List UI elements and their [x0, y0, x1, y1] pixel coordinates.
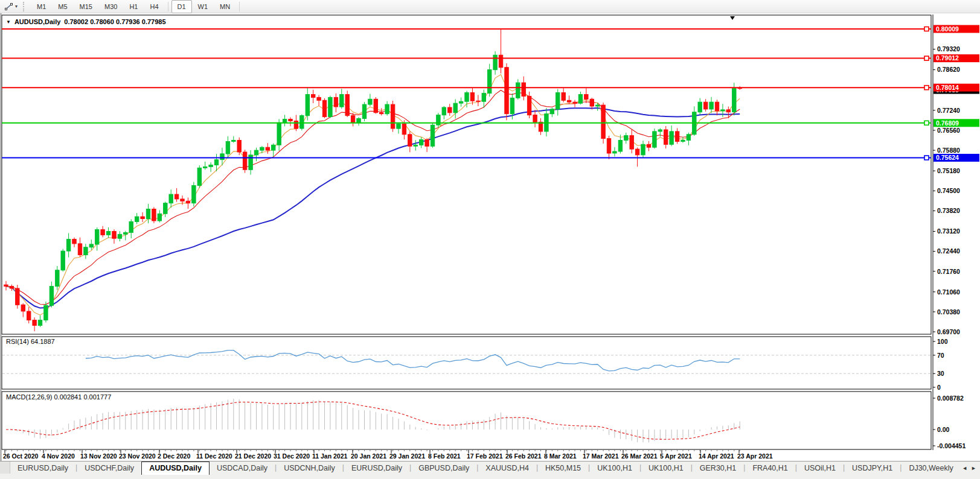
- chart-title: ▼ AUDUSD,Daily 0.78002 0.78060 0.77936 0…: [6, 18, 166, 25]
- svg-text:0.70380: 0.70380: [937, 308, 960, 316]
- svg-text:0.78620: 0.78620: [937, 66, 960, 73]
- svg-text:11 Jan 2021: 11 Jan 2021: [312, 452, 348, 460]
- svg-text:2 Dec 2020: 2 Dec 2020: [158, 452, 190, 460]
- svg-text:0.00: 0.00: [937, 426, 950, 433]
- svg-text:26 Oct 2020: 26 Oct 2020: [3, 452, 39, 460]
- price-level-box-0.76809: 0.76809: [934, 119, 979, 127]
- svg-text:0.74500: 0.74500: [937, 187, 960, 194]
- svg-text:14 Apr 2021: 14 Apr 2021: [699, 452, 734, 460]
- chart-symbol-label: AUDUSD,Daily: [14, 18, 60, 25]
- macd-label: MACD(12,26,9) 0.002841 0.001777: [6, 393, 111, 401]
- chevron-down-icon: ▾: [15, 4, 18, 9]
- toolbar-grip[interactable]: [23, 2, 27, 11]
- draw-tool-button[interactable]: ▾: [2, 1, 19, 12]
- svg-text:0.80009: 0.80009: [936, 25, 959, 33]
- timeframe-button-h4[interactable]: H4: [144, 0, 164, 13]
- chart-tab-hk50-m15[interactable]: HK50,M15: [538, 462, 588, 475]
- toolbar: ▾ M1M5M15M30H1H4D1W1MN: [0, 0, 980, 13]
- svg-text:0.73820: 0.73820: [937, 207, 960, 214]
- svg-text:0.72440: 0.72440: [937, 247, 960, 255]
- svg-text:13 Nov 2020: 13 Nov 2020: [80, 452, 117, 460]
- chart-canvas[interactable]: 0.793200.786200.772400.765600.758800.751…: [0, 13, 980, 461]
- svg-text:21 Dec 2020: 21 Dec 2020: [235, 452, 271, 460]
- chart-tab-uk100-h1[interactable]: UK100,H1: [590, 462, 639, 475]
- chart-tabs: EURUSD,Daily|USDCHF,DailyAUDUSD,DailyUSD…: [10, 462, 958, 475]
- chart-tab-uk100-h1[interactable]: UK100,H1: [641, 462, 691, 475]
- price-axis[interactable]: 0.793200.786200.772400.765600.758800.751…: [933, 14, 979, 450]
- svg-text:0.71760: 0.71760: [937, 268, 960, 275]
- svg-text:26 Mar 2021: 26 Mar 2021: [621, 452, 658, 460]
- svg-text:0.76560: 0.76560: [937, 127, 960, 134]
- svg-text:0.79320: 0.79320: [937, 45, 960, 52]
- svg-text:0.008782: 0.008782: [937, 395, 964, 402]
- svg-text:0.69700: 0.69700: [937, 328, 960, 335]
- price-level-box-0.75624: 0.75624: [934, 154, 979, 162]
- timeframe-button-m15[interactable]: M15: [74, 0, 98, 13]
- svg-text:0: 0: [937, 384, 941, 391]
- svg-text:0.73120: 0.73120: [937, 227, 960, 235]
- svg-text:0.75180: 0.75180: [937, 167, 960, 174]
- svg-text:23 Nov 2020: 23 Nov 2020: [119, 452, 156, 460]
- timeframe-button-h1[interactable]: H1: [123, 0, 144, 13]
- chart-tab-fra40-h1[interactable]: FRA40,H1: [745, 462, 795, 475]
- chart-tab-gbpusd-daily[interactable]: GBPUSD,Daily: [411, 462, 476, 475]
- svg-text:26 Feb 2021: 26 Feb 2021: [505, 452, 542, 460]
- svg-text:29 Jan 2021: 29 Jan 2021: [389, 452, 425, 460]
- svg-text:0.79012: 0.79012: [936, 54, 959, 62]
- svg-text:0.77240: 0.77240: [937, 107, 960, 114]
- svg-text:4 Nov 2020: 4 Nov 2020: [42, 452, 75, 460]
- timeframe-button-d1[interactable]: D1: [171, 0, 192, 13]
- tab-scroll-arrows: ◄ ►: [958, 462, 980, 475]
- chart-tab-eurusd-daily[interactable]: EURUSD,Daily: [344, 462, 409, 475]
- chart-ohlc-values: 0.78002 0.78060 0.77936 0.77985: [64, 18, 165, 25]
- rsi-panel[interactable]: [2, 337, 931, 389]
- chart-tab-eurusd-daily[interactable]: EURUSD,Daily: [10, 462, 75, 475]
- chart-tab-usoil-h1[interactable]: USOil,H1: [797, 462, 843, 475]
- svg-text:31 Dec 2020: 31 Dec 2020: [274, 452, 310, 460]
- svg-text:17 Mar 2021: 17 Mar 2021: [583, 452, 619, 460]
- price-level-box-0.79012: 0.79012: [934, 54, 979, 62]
- rsi-label: RSI(14) 64.1887: [6, 338, 55, 345]
- chart-tab-usdjpy-h1[interactable]: USDJPY,H1: [845, 462, 900, 475]
- svg-text:11 Dec 2020: 11 Dec 2020: [196, 452, 232, 460]
- chart-tab-ger30-h1[interactable]: GER30,H1: [693, 462, 743, 475]
- svg-text:0.75880: 0.75880: [937, 147, 960, 154]
- chart-tab-bar: EURUSD,Daily|USDCHF,DailyAUDUSD,DailyUSD…: [0, 461, 980, 479]
- main-price-panel[interactable]: [2, 15, 931, 334]
- chart-tab-xauusd-h4[interactable]: XAUUSD,H4: [478, 462, 536, 475]
- tab-corner: [0, 462, 10, 474]
- svg-text:0.78014: 0.78014: [936, 84, 959, 91]
- svg-text:100: 100: [937, 338, 948, 345]
- chart-tab-usdchf-daily[interactable]: USDCHF,Daily: [77, 462, 141, 475]
- tab-scroll-left-icon[interactable]: ◄: [962, 465, 967, 471]
- svg-text:70: 70: [937, 352, 944, 359]
- chart-tab-usdcnh-daily[interactable]: USDCNH,Daily: [277, 462, 342, 475]
- timeframe-buttons: M1M5M15M30H1H4D1W1MN: [31, 0, 243, 13]
- timeframe-button-m1[interactable]: M1: [31, 0, 52, 13]
- timeframe-button-m30[interactable]: M30: [98, 0, 123, 13]
- chart-tab-dj30-weekly[interactable]: DJ30,Weekly: [902, 462, 958, 475]
- svg-text:8 Mar 2021: 8 Mar 2021: [544, 452, 577, 460]
- svg-text:8 Feb 2021: 8 Feb 2021: [428, 452, 461, 460]
- price-level-box-0.80009: 0.80009: [934, 25, 979, 33]
- svg-text:20 Jan 2021: 20 Jan 2021: [351, 452, 386, 460]
- symbol-dropdown-icon[interactable]: ▼: [6, 19, 11, 25]
- macd-panel[interactable]: [2, 392, 931, 449]
- date-axis[interactable]: 26 Oct 20204 Nov 202013 Nov 202023 Nov 2…: [3, 450, 773, 460]
- chart-tab-audusd-daily[interactable]: AUDUSD,Daily: [141, 462, 210, 475]
- chart-tab-usdcad-daily[interactable]: USDCAD,Daily: [210, 462, 275, 475]
- svg-text:0.71060: 0.71060: [937, 288, 960, 296]
- svg-text:0.75624: 0.75624: [936, 154, 959, 161]
- svg-text:23 Apr 2021: 23 Apr 2021: [737, 452, 773, 460]
- svg-text:0.76809: 0.76809: [936, 119, 959, 127]
- timeframe-button-mn[interactable]: MN: [214, 0, 236, 13]
- svg-text:30: 30: [937, 370, 944, 377]
- svg-text:-0.004451: -0.004451: [937, 442, 966, 449]
- draw-tool-icon: [4, 2, 14, 11]
- svg-text:17 Feb 2021: 17 Feb 2021: [467, 452, 503, 460]
- svg-text:5 Apr 2021: 5 Apr 2021: [660, 452, 692, 460]
- timeframe-button-w1[interactable]: W1: [192, 0, 214, 13]
- timeframe-button-m5[interactable]: M5: [52, 0, 73, 13]
- tab-scroll-right-icon[interactable]: ►: [971, 465, 976, 471]
- price-level-box-0.78014: 0.78014: [934, 84, 979, 92]
